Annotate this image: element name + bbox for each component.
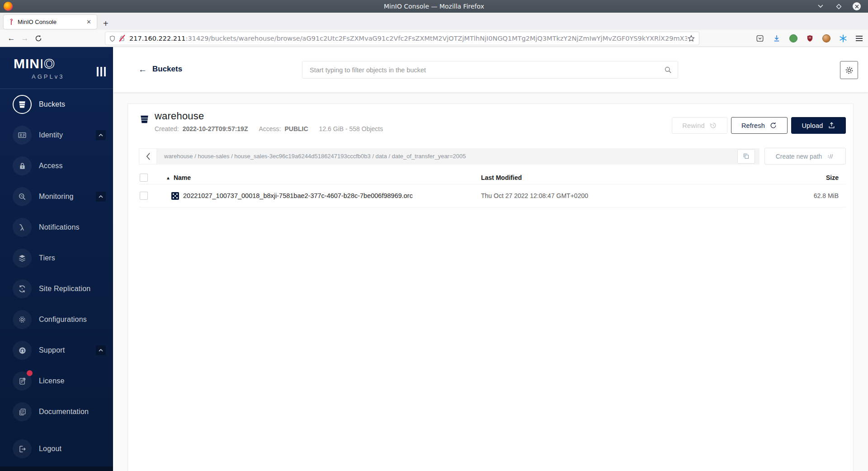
window-titlebar: MinIO Console — Mozilla Firefox [0,0,868,13]
window-minimize-icon[interactable] [816,2,825,10]
extension-green-icon[interactable] [789,34,797,42]
settings-button[interactable] [840,61,858,79]
back-arrow-icon: ← [138,65,147,74]
id-card-icon [13,126,32,145]
reload-button[interactable] [32,35,45,42]
sidebar-collapse-icon[interactable] [97,67,106,76]
layers-icon [13,249,32,268]
content-area: warehouse Created: 2022-10-27T09:57:19Z … [113,92,868,471]
search-input[interactable] [310,66,664,74]
bucket-name: warehouse [155,110,383,122]
ublock-shield-icon[interactable] [806,34,814,42]
created-value: 2022-10-27T09:57:19Z [183,125,248,132]
sidebar-item-configurations[interactable]: Configurations [0,304,113,335]
object-name[interactable]: 20221027_100737_00018_b8xji-7581bae2-377… [183,192,413,199]
refresh-icon [769,122,777,129]
sidebar: MINIO AGPLv3 Buckets Identity [0,47,113,471]
sidebar-item-license[interactable]: License [0,366,113,396]
object-file-icon [171,192,179,200]
gear-icon [844,66,854,75]
tracking-shield-icon[interactable] [109,35,116,42]
back-button[interactable]: ← [5,34,18,43]
object-size: 62.8 MiB [775,192,846,199]
upload-icon [828,122,835,129]
bucket-usage: 12.6 GiB - 558 Objects [319,125,383,132]
insecure-lock-icon[interactable] [118,35,126,42]
monitor-search-icon [13,187,32,206]
license-icon [13,372,32,391]
chevron-up-icon[interactable] [96,345,106,355]
pocket-icon[interactable] [756,34,764,42]
new-tab-button[interactable]: + [103,19,108,28]
screen: MinIO Console — Mozilla Firefox MinIO Co… [0,0,868,471]
sidebar-item-access[interactable]: Access [0,151,113,181]
window-title: MinIO Console — Mozilla Firefox [0,3,868,10]
breadcrumb[interactable]: warehouse / house-sales / house_sales-3e… [164,153,493,160]
page-header: ← Buckets [113,47,868,92]
browser-tab[interactable]: MinIO Console ✕ [4,15,97,29]
path-back-button[interactable] [139,148,157,165]
back-to-buckets[interactable]: ← Buckets [138,65,182,74]
refresh-button[interactable]: Refresh [731,117,788,134]
copy-icon [743,153,750,160]
license-alert-badge [27,370,33,376]
cookie-extension-icon[interactable] [822,34,830,42]
sidebar-item-notifications[interactable]: Notifications [0,212,113,243]
rewind-button[interactable]: Rewind [672,117,727,134]
objects-table: ▲ Name Last Modified Size 20221027_10073… [139,171,846,207]
lambda-icon [13,218,32,237]
forward-button[interactable]: → [18,34,32,43]
new-path-icon [826,153,835,160]
menu-icon[interactable] [856,36,863,41]
bookmark-star-icon[interactable] [687,34,695,42]
chevron-up-icon[interactable] [96,130,106,140]
tab-bar: MinIO Console ✕ + [0,13,868,30]
copy-path-button[interactable] [737,149,755,164]
lock-icon [13,156,32,175]
documentation-icon [13,402,32,421]
chevron-up-icon[interactable] [96,192,106,202]
row-checkbox[interactable] [140,192,148,200]
bucket-icon [139,114,150,124]
object-last-modified: Thu Oct 27 2022 12:08:47 GMT+0200 [481,192,775,199]
sidebar-item-documentation[interactable]: Documentation [0,396,113,427]
url-text: 217.160.222.211:31429/buckets/warehouse/… [129,35,687,42]
gear-icon [13,310,32,329]
sidebar-item-buckets[interactable]: Buckets [0,89,113,120]
tab-title: MinIO Console [18,19,85,25]
url-host: 217.160.222.211 [129,35,186,42]
created-label: Created: [155,125,179,132]
window-maximize-icon[interactable] [835,2,843,10]
url-bar[interactable]: 217.160.222.211:31429/buckets/warehouse/… [105,32,699,45]
object-filter [302,61,678,79]
rewind-icon [709,122,717,129]
table-row[interactable]: 20221027_100737_00018_b8xji-7581bae2-377… [139,184,846,207]
sidebar-item-support[interactable]: Support [0,335,113,366]
logout-icon [13,439,32,458]
create-new-path-button[interactable]: Create new path [764,148,846,165]
extension-asterisk-icon[interactable] [839,34,847,42]
sidebar-item-identity[interactable]: Identity [0,120,113,151]
sidebar-item-site-replication[interactable]: Site Replication [0,273,113,304]
bucket-browser-card: warehouse Created: 2022-10-27T09:57:19Z … [127,104,854,471]
browser-toolbar: ← → 217.160.222.211:31429/buckets/wareho… [0,30,868,47]
search-icon [664,66,672,74]
url-path: :31429/buckets/warehouse/browse/aG91c2Ut… [186,35,687,42]
access-label: Access: [259,125,281,132]
sidebar-item-tiers[interactable]: Tiers [0,243,113,273]
sort-ascending-icon: ▲ [166,175,170,180]
window-close-icon[interactable] [853,2,861,10]
upload-button[interactable]: Upload [791,117,846,134]
column-header-size: Size [775,174,846,181]
support-icon [13,341,32,360]
select-all-checkbox[interactable] [140,174,148,182]
tab-close-icon[interactable]: ✕ [85,18,93,26]
minio-favicon-icon [8,19,14,25]
access-value: PUBLIC [284,125,308,132]
page-title: Buckets [152,65,182,74]
bucket-icon [13,95,32,114]
sidebar-item-logout[interactable]: Logout [0,433,113,464]
downloads-icon[interactable] [773,34,781,42]
sidebar-item-monitoring[interactable]: Monitoring [0,181,113,212]
column-header-name[interactable]: ▲ Name [159,174,481,181]
